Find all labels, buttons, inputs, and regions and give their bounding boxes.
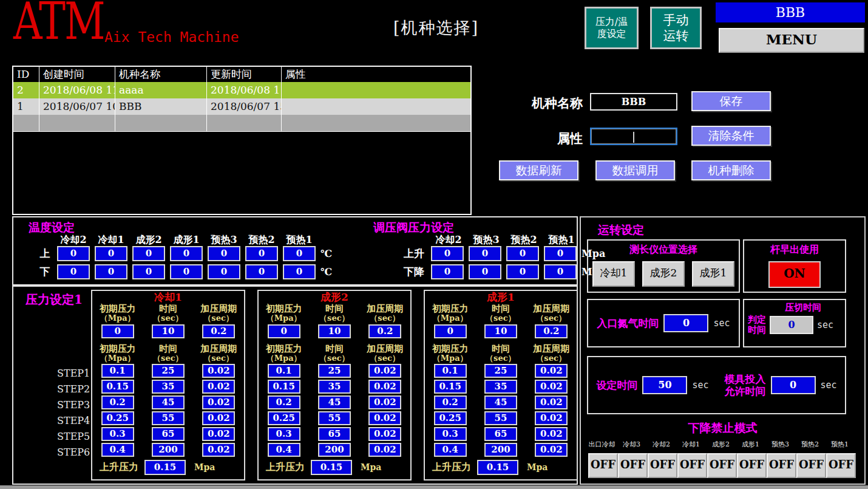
panel-step-input[interactable]: 0.25 [268,411,300,425]
panel-step-input[interactable]: 0.02 [535,427,568,441]
clear-condition-button[interactable]: 清除条件 [691,126,771,146]
panel-step-input[interactable]: 0.3 [434,427,467,441]
panel-step-input[interactable]: 0.1 [268,364,300,378]
temp-input[interactable]: 0 [283,246,316,261]
menu-button[interactable]: MENU [719,28,864,53]
descend-off-toggle[interactable]: OFF [588,453,618,478]
descend-off-toggle[interactable]: OFF [796,453,826,478]
model-delete-button[interactable]: 机种删除 [691,160,771,180]
panel-initial-input[interactable]: 0.2 [368,324,401,338]
panel-step-input[interactable]: 55 [152,411,185,425]
panel-step-input[interactable]: 0.15 [101,380,134,394]
panel-step-input[interactable]: 25 [152,364,185,378]
panel-step-input[interactable]: 0.3 [101,427,134,441]
panel-step-input[interactable]: 0.02 [535,411,568,425]
descend-off-toggle[interactable]: OFF [707,453,737,478]
panel-step-input[interactable]: 0.02 [202,427,235,441]
panel-step-input[interactable]: 0.25 [434,411,467,425]
descend-off-toggle[interactable]: OFF [826,453,856,478]
descend-off-toggle[interactable]: OFF [677,453,707,478]
panel-step-input[interactable]: 0.1 [101,364,134,378]
set-time-input[interactable]: 50 [642,376,687,394]
valve-input[interactable]: 0 [506,264,539,279]
panel-initial-input[interactable]: 0 [268,324,300,338]
temp-input[interactable]: 0 [283,264,316,279]
nitrogen-input[interactable]: 0 [663,314,708,332]
press-cut-time-field[interactable]: 0 [770,316,813,334]
panel-step-input[interactable]: 0.15 [434,380,467,394]
temp-input[interactable]: 0 [95,246,127,261]
panel-step-input[interactable]: 0.02 [368,411,401,425]
gauge-position-button[interactable]: 冷却1 [592,261,635,287]
panel-step-input[interactable]: 35 [318,380,351,394]
panel-step-input[interactable]: 0.2 [101,395,134,409]
panel-step-input[interactable]: 0.1 [434,364,467,378]
panel-step-input[interactable]: 65 [318,427,351,441]
table-row[interactable]: 22018/06/08 11:28aaaa2018/06/08 11:30 [13,82,470,98]
panel-step-input[interactable]: 200 [152,443,185,457]
panel-initial-input[interactable]: 0.2 [535,324,568,338]
descend-off-toggle[interactable]: OFF [737,453,767,478]
data-refresh-button[interactable]: 数据刷新 [499,160,578,180]
temp-input[interactable]: 0 [132,246,165,261]
temp-input[interactable]: 0 [57,264,90,279]
panel-initial-input[interactable]: 0.2 [202,324,235,338]
panel-step-input[interactable]: 0.4 [434,443,467,457]
panel-step-input[interactable]: 45 [484,395,517,409]
panel-step-input[interactable]: 0.02 [202,395,235,409]
panel-initial-input[interactable]: 0 [434,324,467,338]
panel-step-input[interactable]: 45 [318,395,351,409]
mold-time-input[interactable]: 0 [771,376,816,394]
temp-input[interactable]: 0 [208,264,240,279]
panel-initial-input[interactable]: 10 [484,324,517,338]
valve-input[interactable]: 0 [431,246,464,261]
panel-step-input[interactable]: 45 [152,395,185,409]
gauge-position-button[interactable]: 成形1 [692,261,734,287]
panel-step-input[interactable]: 0.25 [101,411,134,425]
panel-step-input[interactable]: 0.4 [101,443,134,457]
panel-step-input[interactable]: 65 [484,427,517,441]
table-row[interactable]: 12018/06/07 10:23BBB2018/06/07 15:54 [13,98,470,115]
panel-step-input[interactable]: 0.02 [202,364,235,378]
temp-input[interactable]: 0 [57,246,90,261]
descend-off-toggle[interactable]: OFF [648,453,677,478]
panel-step-input[interactable]: 65 [152,427,185,441]
pressure-temp-setting-button[interactable]: 压力/温 度设定 [585,7,639,49]
manual-operation-button[interactable]: 手动 运转 [650,7,702,49]
gauge-position-button[interactable]: 成形2 [642,261,685,287]
panel-initial-input[interactable]: 10 [152,324,185,338]
descend-off-toggle[interactable]: OFF [618,453,648,478]
save-button[interactable]: 保存 [691,91,771,111]
valve-input[interactable]: 0 [469,246,501,261]
panel-step-input[interactable]: 0.02 [368,443,401,457]
panel-step-input[interactable]: 0.02 [202,443,235,457]
temp-input[interactable]: 0 [245,246,278,261]
panel-step-input[interactable]: 55 [318,411,351,425]
panel-step-input[interactable]: 0.02 [535,380,568,394]
temp-input[interactable]: 0 [95,264,127,279]
rise-pressure-input[interactable]: 0.15 [477,460,518,475]
panel-step-input[interactable]: 0.3 [268,427,300,441]
panel-step-input[interactable]: 0.02 [368,395,401,409]
model-name-input[interactable]: BBB [590,93,677,111]
panel-step-input[interactable]: 25 [318,364,351,378]
panel-step-input[interactable]: 25 [484,364,517,378]
panel-step-input[interactable]: 0.15 [268,380,300,394]
panel-initial-input[interactable]: 0 [101,324,134,338]
panel-step-input[interactable]: 55 [484,411,517,425]
panel-step-input[interactable]: 0.02 [368,380,401,394]
panel-step-input[interactable]: 0.02 [535,395,568,409]
panel-step-input[interactable]: 35 [484,380,517,394]
panel-step-input[interactable]: 200 [318,443,351,457]
valve-input[interactable]: 0 [544,246,577,261]
panel-step-input[interactable]: 0.2 [434,395,467,409]
attribute-input[interactable] [590,128,677,145]
rod-early-on-toggle[interactable]: ON [768,261,821,288]
panel-step-input[interactable]: 0.4 [268,443,300,457]
panel-step-input[interactable]: 0.02 [368,364,401,378]
temp-input[interactable]: 0 [170,246,203,261]
temp-input[interactable]: 0 [132,264,165,279]
valve-input[interactable]: 0 [469,264,501,279]
panel-step-input[interactable]: 0.02 [368,427,401,441]
data-load-button[interactable]: 数据调用 [595,160,675,180]
